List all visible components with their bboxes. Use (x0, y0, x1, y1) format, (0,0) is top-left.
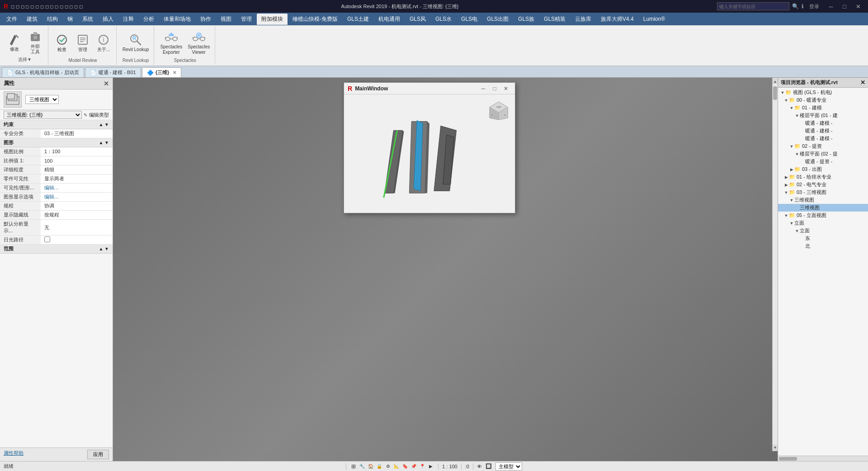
tree-row-elevation-inner[interactable]: ▼ 立面 (778, 227, 868, 235)
svg-point-20 (200, 37, 205, 41)
viewport[interactable]: R MainWindow ─ □ ✕ (113, 78, 778, 461)
tab-steel[interactable]: 钢 (63, 14, 77, 25)
tab-mass[interactable]: 体量和场地 (159, 14, 195, 25)
tree-row-views[interactable]: ▼ 📁 视图 (GLS - 机电) (778, 89, 868, 96)
status-icon-3[interactable]: 🏠 (367, 463, 374, 470)
props-section-extents[interactable]: 范围 ▲ ▼ (0, 245, 113, 254)
tree-row-hvac-model-2[interactable]: 暖通 - 建模 - (778, 127, 868, 135)
btn-revit-lookup[interactable]: R Revit Lookup (120, 31, 151, 54)
vscroll-down[interactable]: ▼ (773, 445, 778, 450)
tab-gls1[interactable]: GLS土建 (343, 14, 373, 25)
tab-struct[interactable]: 结构 (42, 14, 62, 25)
btn-modify[interactable]: 修改 (5, 31, 24, 53)
minimize-button[interactable]: ─ (825, 2, 837, 11)
status-model-select[interactable]: 主模型 (495, 462, 522, 471)
tree-row-electrical[interactable]: ▶ 📁 02 - 电气专业 (778, 181, 868, 188)
tree-row-hvac-submit[interactable]: 暖通 - 提资 - (778, 158, 868, 165)
btn-about[interactable]: i 关于... (94, 31, 113, 54)
tab-lumion[interactable]: Lumion® (639, 14, 670, 24)
tab-olive[interactable]: 橄榄山快模-免费版 (288, 14, 342, 25)
tab-addins[interactable]: 附加模块 (257, 14, 288, 25)
tab-gls2[interactable]: 机电通用 (374, 14, 405, 25)
props-type-select[interactable]: 三维视图 (25, 95, 59, 104)
tree-row-fp02[interactable]: ▼ 楼层平面 (02 - 提 (778, 150, 868, 158)
tab-manage[interactable]: 管理 (236, 14, 256, 25)
tree-row-plumbing[interactable]: ▶ 📁 01 - 给排水专业 (778, 173, 868, 181)
tree-row-east[interactable]: 东 (778, 235, 868, 242)
tab-gls3[interactable]: GLS风 (405, 14, 430, 25)
tree-row-floor-plan-01[interactable]: ▼ 楼层平面 (01 - 建 (778, 112, 868, 119)
btn-external[interactable]: 外部工具 (25, 28, 45, 56)
tab-gls5[interactable]: GLS电 (457, 14, 482, 25)
status-icon-7[interactable]: 🔖 (401, 463, 409, 470)
tree-row-hvac-model-3[interactable]: 暖通 - 建模 - (778, 135, 868, 142)
tab-gls6[interactable]: GLS出图 (482, 14, 513, 25)
props-row-scale-label: 视图比例 (0, 147, 41, 156)
tree-row-hvac[interactable]: ▼ 📁 00 - 暖通专业 (778, 96, 868, 104)
sunpath-checkbox[interactable] (44, 236, 50, 242)
browser-hscroll[interactable] (778, 456, 868, 461)
tab-annotate[interactable]: 注释 (118, 14, 138, 25)
tab-master[interactable]: 族库大师V4.4 (596, 14, 638, 25)
tree-row-north[interactable]: 北 (778, 242, 868, 250)
props-edit-type-label[interactable]: 编辑类型 (89, 112, 109, 118)
status-icon-9[interactable]: 📍 (419, 463, 426, 470)
tab-system[interactable]: 系统 (78, 14, 98, 25)
status-icon-2[interactable]: 🔧 (359, 463, 366, 470)
browser-hscroll-thumb[interactable] (779, 457, 797, 461)
tab-gls7[interactable]: GLS族 (514, 14, 539, 25)
vscroll-thumb[interactable] (773, 86, 777, 100)
status-icon-4[interactable]: 🔒 (376, 463, 383, 470)
doc-tab-3-close[interactable]: ✕ (173, 70, 176, 75)
btn-check[interactable]: 检查 (52, 31, 72, 54)
doc-tab-2[interactable]: 📄 暖通 - 建模 - B01 (85, 67, 141, 77)
tab-gls4[interactable]: GLS水 (431, 14, 456, 25)
viewport-vscroll[interactable]: ▲ ▼ (772, 78, 778, 451)
status-icon-detail[interactable]: ⊞ (350, 463, 357, 470)
tab-arch[interactable]: 建筑 (22, 14, 42, 25)
btn-spectacles-viewer[interactable]: SpectaclesViewer (185, 28, 212, 57)
status-icon-8[interactable]: 📌 (410, 463, 417, 470)
props-panel-close[interactable]: ✕ (104, 80, 109, 87)
tree-row-submit[interactable]: ▼ 📁 02 - 提资 (778, 142, 868, 150)
tab-file[interactable]: 文件 (2, 14, 22, 25)
status-icon-6[interactable]: 📐 (393, 463, 400, 470)
tab-insert[interactable]: 插入 (98, 14, 118, 25)
vscroll-up[interactable]: ▲ (773, 79, 778, 84)
tree-row-3dview-item[interactable]: 三维视图 (778, 204, 868, 212)
tree-row-elevation[interactable]: ▼ 📁 05 - 立面视图 (778, 212, 868, 219)
search-input[interactable] (717, 2, 789, 10)
search-icon[interactable]: 🔍 (792, 3, 799, 9)
props-section-constraint[interactable]: 约束 ▲ ▼ (0, 120, 113, 129)
props-row-visibility-value[interactable]: 编辑... (41, 184, 113, 193)
tab-collab[interactable]: 协作 (196, 14, 216, 25)
props-apply-button[interactable]: 应用 (87, 450, 109, 459)
btn-spectacles-exporter[interactable]: SpectaclesExporter (158, 28, 184, 57)
dialog-restore[interactable]: □ (489, 84, 500, 93)
tree-row-elevation-sub[interactable]: ▼ 立面 (778, 219, 868, 227)
dialog-close[interactable]: ✕ (500, 84, 511, 93)
browser-close[interactable]: ✕ (860, 79, 865, 86)
tree-row-3dview[interactable]: ▼ 📁 03 - 三维视图 (778, 188, 868, 196)
tree-row-hvac-model-1[interactable]: 暖通 - 建模 - (778, 119, 868, 127)
close-button[interactable]: ✕ (852, 2, 864, 11)
sign-in-button[interactable]: 登录 (807, 2, 822, 11)
doc-tab-3[interactable]: 🔷 {三维} ✕ (142, 67, 182, 77)
props-row-display-value[interactable]: 编辑... (41, 193, 113, 202)
dialog-minimize[interactable]: ─ (478, 84, 489, 93)
tree-row-drawings[interactable]: ▶ 📁 03 - 出图 (778, 165, 868, 173)
status-icon-5[interactable]: ⚙ (384, 463, 392, 470)
status-icon-10[interactable]: ▶ (427, 463, 434, 470)
tab-gls8[interactable]: GLS精装 (539, 14, 570, 25)
btn-manage-mr[interactable]: 管理 (73, 31, 93, 54)
tree-row-3dview-sub[interactable]: ▼ 三维视图 (778, 196, 868, 204)
props-section-graphics[interactable]: 图形 ▲ ▼ (0, 138, 113, 147)
props-view-select[interactable]: 三维视图: {三维} (4, 111, 82, 119)
doc-tab-1[interactable]: 📄 GLS - 机电项目样板 - 启动页 (2, 67, 84, 77)
tab-cloud[interactable]: 云族库 (571, 14, 596, 25)
props-help-link[interactable]: 属性帮助 (4, 450, 24, 459)
tab-view[interactable]: 视图 (216, 14, 236, 25)
tab-analyze[interactable]: 分析 (139, 14, 159, 25)
restore-button[interactable]: □ (838, 2, 851, 11)
tree-row-modeling[interactable]: ▼ 📁 01 - 建模 (778, 104, 868, 112)
